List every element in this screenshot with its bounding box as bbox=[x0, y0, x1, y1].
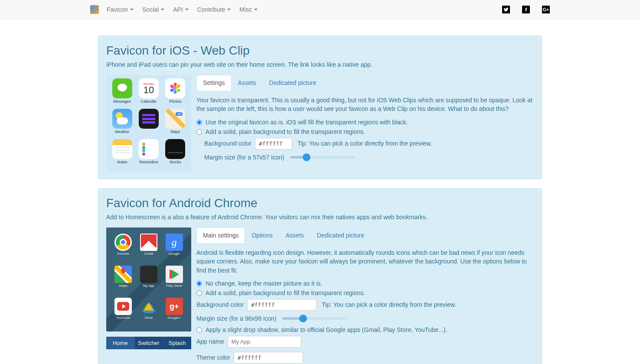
preview-tab-home[interactable]: Home bbox=[106, 337, 135, 349]
ios-lead: iPhone and iPad users can pin your web s… bbox=[106, 61, 534, 68]
photos-icon bbox=[165, 78, 185, 98]
messages-icon bbox=[112, 78, 132, 98]
nav-menu: Favicon Social API Contribute Misc bbox=[107, 6, 266, 13]
nav-contribute[interactable]: Contribute bbox=[197, 6, 231, 13]
user-favicon-android-icon bbox=[140, 266, 157, 283]
ios-bg-tip: Tip: You can pick a color directly from … bbox=[297, 140, 432, 147]
ios-title: Favicon for iOS - Web Clip bbox=[106, 44, 534, 58]
tab-main-settings[interactable]: Main settings bbox=[196, 228, 245, 243]
nav-api[interactable]: API bbox=[173, 6, 189, 13]
caret-icon bbox=[161, 9, 164, 10]
tab-settings[interactable]: Settings bbox=[196, 75, 232, 91]
user-favicon-icon bbox=[139, 109, 159, 129]
twitter-icon[interactable] bbox=[502, 6, 510, 13]
ios-radio-original[interactable] bbox=[196, 120, 202, 125]
caret-icon bbox=[130, 9, 134, 10]
android-theme-input[interactable] bbox=[234, 352, 303, 364]
preview-tab-splash[interactable]: Splash bbox=[163, 337, 191, 349]
android-intro: Android is flexible regarding icon desig… bbox=[196, 248, 534, 275]
weather-icon bbox=[112, 109, 132, 129]
android-radio-nochange-label[interactable]: No change, keep the master picture as it… bbox=[206, 280, 322, 287]
android-preview-tabs: Home Switcher Splash bbox=[106, 337, 191, 349]
stocks-icon bbox=[165, 139, 185, 159]
android-margin-label: Margin size (for a 96x96 icon) bbox=[196, 315, 276, 322]
maps-icon bbox=[165, 109, 185, 129]
ios-radio-background-label[interactable]: Add a solid, plain background to fill th… bbox=[206, 128, 365, 135]
android-appname-label: App name bbox=[196, 338, 224, 345]
android-margin-slider[interactable] bbox=[282, 317, 347, 320]
android-lead: Add to Homescreen is a also a feature of… bbox=[106, 214, 534, 221]
gmaps-icon bbox=[114, 266, 132, 283]
ios-margin-slider[interactable] bbox=[290, 156, 355, 159]
chrome-icon bbox=[114, 234, 132, 251]
android-preview[interactable]: Chrome Gmail gGoogle Maps My app Play St… bbox=[106, 228, 191, 332]
preview-tab-switcher[interactable]: Switcher bbox=[135, 337, 163, 349]
android-panel: Favicon for Android Chrome Add to Homesc… bbox=[98, 188, 542, 364]
tab-assets-android[interactable]: Assets bbox=[279, 228, 310, 243]
nav-misc[interactable]: Misc bbox=[239, 6, 258, 13]
android-theme-label: Theme color bbox=[196, 354, 230, 361]
android-radio-background[interactable] bbox=[196, 290, 202, 296]
top-navbar: Favicon Social API Contribute Misc G+ bbox=[0, 0, 640, 19]
notes-icon bbox=[112, 139, 132, 159]
caret-icon bbox=[185, 9, 189, 10]
ios-bg-label: Background color bbox=[204, 140, 251, 147]
ios-margin-label: Margin size (for a 57x57 icon) bbox=[204, 154, 284, 161]
nav-favicon[interactable]: Favicon bbox=[107, 6, 134, 13]
android-radio-shadow[interactable] bbox=[196, 327, 202, 333]
android-bg-input[interactable] bbox=[247, 299, 317, 311]
android-radio-shadow-label[interactable]: Apply a slight drop shadow, similar to o… bbox=[206, 326, 447, 333]
tab-dedicated-android[interactable]: Dedicated picture bbox=[310, 228, 371, 243]
ios-bg-input[interactable] bbox=[255, 138, 292, 150]
ios-intro: Your favicon is transparent. This is usu… bbox=[196, 96, 534, 114]
googleplus-icon[interactable]: G+ bbox=[542, 6, 550, 13]
android-bg-label: Background color bbox=[196, 301, 244, 308]
android-radio-background-label[interactable]: Add a solid, plain background to fill th… bbox=[206, 289, 365, 296]
android-bg-tip: Tip: You can pick a color directly from … bbox=[322, 301, 456, 308]
playstore-icon bbox=[166, 266, 183, 283]
ios-radio-background[interactable] bbox=[196, 129, 202, 135]
tab-dedicated[interactable]: Dedicated picture bbox=[263, 75, 323, 91]
calendar-icon: Monday10 bbox=[139, 78, 159, 98]
caret-icon bbox=[254, 9, 258, 10]
android-title: Favicon for Android Chrome bbox=[106, 196, 534, 210]
nav-social-links: G+ bbox=[490, 6, 550, 13]
nav-social[interactable]: Social bbox=[142, 6, 164, 13]
reminders-icon bbox=[139, 139, 159, 159]
drive-icon bbox=[140, 298, 157, 315]
ios-panel: Favicon for iOS - Web Clip iPhone and iP… bbox=[98, 36, 542, 179]
android-radio-nochange[interactable] bbox=[196, 281, 202, 286]
gplus-icon: g+ bbox=[166, 298, 183, 315]
android-appname-input[interactable] bbox=[228, 336, 301, 348]
ios-preview[interactable]: Messages Monday10Calendar Photos Weather… bbox=[106, 75, 191, 171]
ios-radio-original-label[interactable]: Use the original favicon as is. iOS will… bbox=[206, 119, 408, 126]
caret-icon bbox=[227, 9, 231, 10]
google-icon: g bbox=[166, 234, 183, 251]
brand-logo[interactable] bbox=[90, 5, 99, 14]
tab-assets[interactable]: Assets bbox=[232, 75, 263, 91]
youtube-icon bbox=[114, 298, 132, 315]
android-tabs: Main settings Options Assets Dedicated p… bbox=[196, 228, 534, 243]
ios-tabs: Settings Assets Dedicated picture bbox=[196, 75, 534, 91]
tab-options[interactable]: Options bbox=[245, 228, 279, 243]
gmail-icon bbox=[140, 234, 157, 251]
facebook-icon[interactable] bbox=[522, 6, 530, 13]
